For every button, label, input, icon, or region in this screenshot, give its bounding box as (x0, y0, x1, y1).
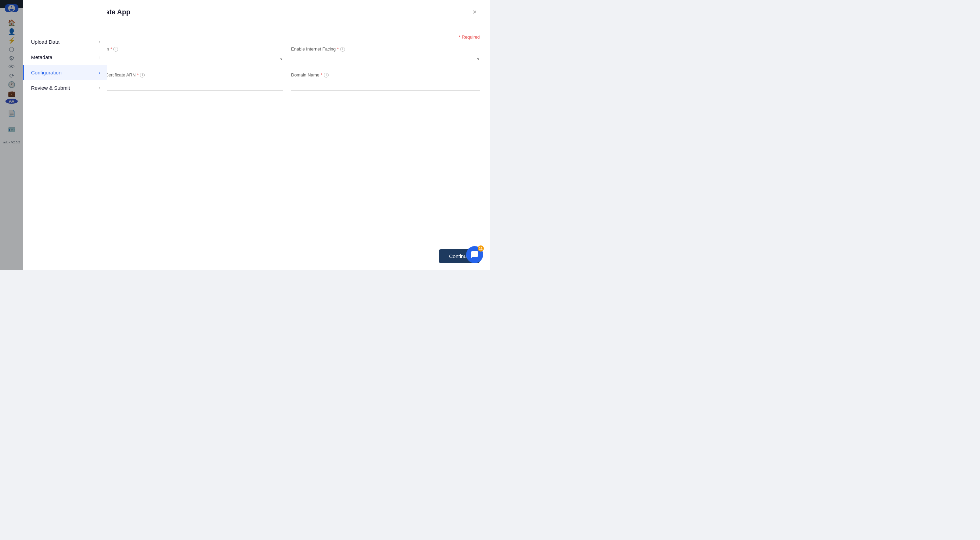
modal-panel: Create App × * Required Version * i ∨ (84, 0, 490, 270)
menu-item-review-submit[interactable]: Review & Submit › (23, 80, 107, 96)
chat-bubble[interactable]: 11 (466, 246, 483, 263)
enable-internet-select[interactable]: ∨ (291, 54, 480, 64)
enable-internet-info-icon[interactable]: i (340, 47, 345, 51)
enable-internet-chevron-down-icon: ∨ (477, 56, 480, 61)
enable-internet-label: Enable Internet Facing * i (291, 46, 480, 51)
menu-item-metadata[interactable]: Metadata › (23, 49, 107, 65)
menu-item-label: Metadata (31, 54, 52, 60)
version-label: Version * i (94, 46, 283, 51)
modal-footer: Continue (84, 242, 490, 270)
enable-internet-required-star: * (337, 46, 339, 51)
chat-badge: 11 (478, 245, 484, 252)
domain-name-info-icon[interactable]: i (324, 73, 329, 78)
acm-cert-info-icon[interactable]: i (140, 73, 145, 78)
chevron-right-icon: › (99, 70, 100, 75)
version-info-icon[interactable]: i (113, 47, 118, 51)
menu-item-label: Configuration (31, 70, 61, 75)
acm-cert-required-star: * (137, 72, 138, 78)
chevron-right-icon: › (99, 39, 100, 45)
menu-item-label: Upload Data (31, 39, 59, 45)
modal-header: Create App × (84, 0, 490, 24)
version-chevron-down-icon: ∨ (280, 56, 283, 61)
modal-body: * Required Version * i ∨ Enabl (84, 24, 490, 242)
menu-item-configuration[interactable]: Configuration › (23, 65, 107, 80)
version-required-star: * (110, 46, 112, 51)
form-row-1: Version * i ∨ Enable Internet Facing * i (94, 46, 480, 64)
menu-item-label: Review & Submit (31, 85, 70, 91)
domain-name-input[interactable] (291, 80, 480, 91)
chevron-right-icon: › (99, 85, 100, 91)
domain-name-required-star: * (321, 72, 323, 78)
enable-internet-field: Enable Internet Facing * i ∨ (291, 46, 480, 64)
modal-overlay: Upload Data › Metadata › Configuration ›… (0, 0, 490, 270)
acm-cert-field: ACM Certificate ARN * i (94, 72, 283, 91)
domain-name-label: Domain Name * i (291, 72, 480, 78)
chevron-right-icon: › (99, 55, 100, 60)
required-note: * Required (94, 35, 480, 40)
enable-internet-label-text: Enable Internet Facing (291, 46, 336, 51)
menu-item-upload-data[interactable]: Upload Data › (23, 34, 107, 49)
version-select[interactable]: ∨ (94, 54, 283, 64)
acm-cert-input[interactable] (94, 80, 283, 91)
domain-name-label-text: Domain Name (291, 72, 320, 78)
version-field: Version * i ∨ (94, 46, 283, 64)
modal-close-button[interactable]: × (469, 7, 480, 17)
domain-name-field: Domain Name * i (291, 72, 480, 91)
modal-menu: Upload Data › Metadata › Configuration ›… (23, 0, 107, 270)
acm-cert-label: ACM Certificate ARN * i (94, 72, 283, 78)
form-row-2: ACM Certificate ARN * i Domain Name * i (94, 72, 480, 91)
